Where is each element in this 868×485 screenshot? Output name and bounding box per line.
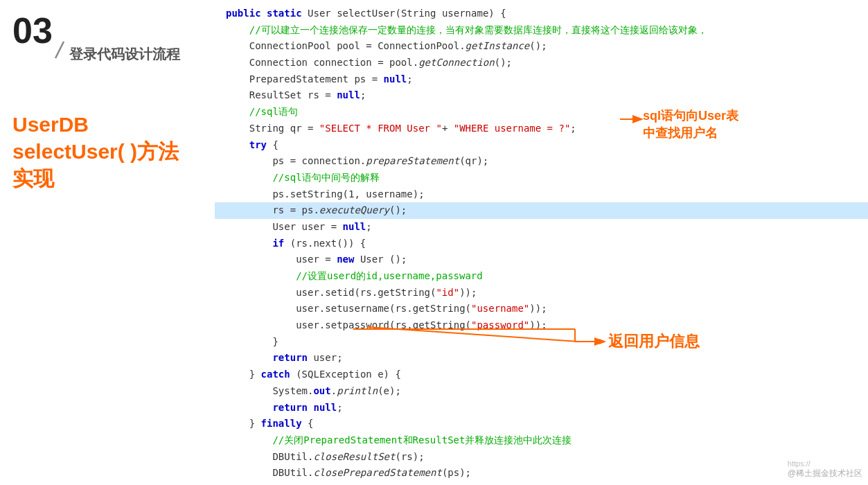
sql-annotation: sql语句向User表中查找用户名 — [643, 107, 738, 142]
code-line-2: //可以建立一个连接池保存一定数量的连接，当有对象需要数据库连接时，直接将这个连… — [226, 22, 857, 39]
code-line-24: System.out.println(e); — [226, 383, 857, 400]
code-line-25: return null; — [226, 400, 857, 416]
code-area: public static User selectUser(String use… — [215, 0, 868, 485]
code-line-23: } catch (SQLException e) { — [226, 367, 857, 383]
section-number: 03 — [12, 12, 53, 48]
code-line-20: user.setpassword(rs.getString("password"… — [226, 317, 857, 334]
watermark: https:// @稀土掘金技术社区 — [788, 459, 862, 479]
code-line-18: user.setid(rs.getString("id")); — [226, 285, 857, 301]
svg-line-0 — [55, 42, 64, 58]
code-line-11: //sql语句中间号的解释 — [226, 170, 857, 186]
code-line-17: //设置userd的id,username,passward — [226, 268, 857, 285]
slash-decoration — [50, 40, 69, 60]
code-line-7: //sql语句 — [226, 104, 857, 121]
code-line-1: public static User selectUser(String use… — [226, 6, 857, 22]
section-title: 登录代码设计流程 — [69, 45, 180, 64]
side-title-line2: selectUser( )方法 — [12, 138, 179, 165]
code-line-9: try { — [226, 137, 857, 154]
left-panel: 03 登录代码设计流程 UserDB selectUser( )方法 实现 — [0, 0, 215, 485]
side-title-line3: 实现 — [12, 165, 179, 192]
side-title: UserDB selectUser( )方法 实现 — [12, 111, 179, 192]
code-line-3: ConnectionPool pool = ConnectionPool.get… — [226, 38, 857, 55]
code-line-10: ps = connection.prepareStatement(qr); — [226, 153, 857, 170]
code-line-30: pool.freeConnection(connection); — [226, 482, 857, 485]
code-line-14: User user = null; — [226, 219, 857, 236]
code-line-27: //关闭PreparedStatement和ResultSet并释放连接池中此次… — [226, 432, 857, 449]
code-block: public static User selectUser(String use… — [215, 0, 868, 485]
watermark-text: @稀土掘金技术社区 — [788, 468, 862, 479]
code-line-6: ResultSet rs = null; — [226, 87, 857, 104]
code-line-12: ps.setString(1, username); — [226, 186, 857, 203]
return-annotation: 返回用户信息 — [608, 331, 700, 352]
sql-annotation-text: sql语句向User表中查找用户名 — [643, 109, 738, 140]
return-annotation-text: 返回用户信息 — [608, 333, 700, 350]
code-line-19: user.setusername(rs.getString("username"… — [226, 301, 857, 317]
code-line-13: rs = ps.executeQuery(); — [215, 202, 868, 219]
code-line-16: user = new User (); — [226, 252, 857, 268]
code-line-21: } — [226, 334, 857, 351]
code-line-15: if (rs.next()) { — [226, 236, 857, 252]
code-line-8: String qr = "SELECT * FROM User "+ "WHER… — [226, 121, 857, 137]
code-line-29: DBUtil.closePreparedStatement(ps); — [226, 465, 857, 482]
code-line-5: PreparedStatement ps = null; — [226, 71, 857, 88]
code-line-28: DBUtil.closeResultSet(rs); — [226, 449, 857, 466]
code-line-26: } finally { — [226, 416, 857, 432]
code-line-22: return user; — [226, 350, 857, 367]
watermark-url: https:// — [788, 459, 862, 468]
code-line-4: Connection connection = pool.getConnecti… — [226, 55, 857, 71]
side-title-line1: UserDB — [12, 111, 179, 138]
